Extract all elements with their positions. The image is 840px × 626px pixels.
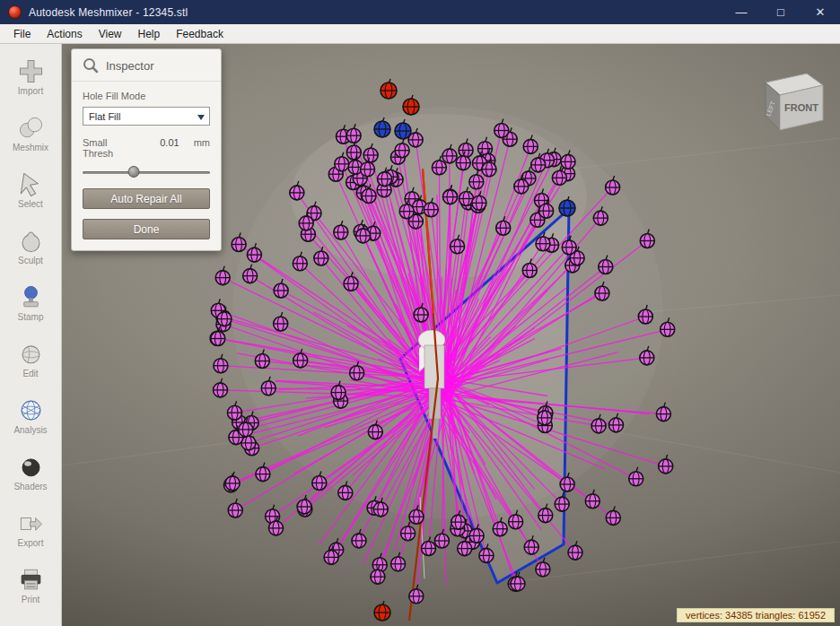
- menu-item-help[interactable]: Help: [130, 26, 169, 42]
- sidebar-item-label: Select: [18, 199, 43, 209]
- sidebar-item-label: Stamp: [18, 312, 44, 322]
- shaders-icon: [16, 453, 46, 481]
- viewcube-front-label: FRONT: [784, 102, 818, 113]
- sidebar-item-print[interactable]: Print: [2, 557, 59, 613]
- sidebar-item-export[interactable]: Export: [2, 500, 59, 557]
- select-icon: [16, 170, 46, 198]
- small-thresh-slider[interactable]: [83, 166, 210, 178]
- view-cube[interactable]: LEFT FRONT: [756, 67, 829, 134]
- menu-item-actions[interactable]: Actions: [39, 26, 90, 42]
- sidebar-item-label: Import: [18, 86, 43, 96]
- sidebar-item-select[interactable]: Select: [2, 161, 59, 218]
- sidebar-item-label: Sculpt: [18, 256, 43, 265]
- hole-fill-mode-value: Flat Fill: [83, 111, 120, 122]
- menu-item-view[interactable]: View: [91, 26, 130, 42]
- print-icon: [16, 566, 46, 594]
- sidebar-item-label: Shaders: [13, 482, 47, 491]
- inspector-header: Inspector: [72, 49, 221, 82]
- meshmixer-logo-icon: [8, 5, 22, 19]
- small-thresh-unit: mm: [194, 137, 210, 148]
- sidebar-item-label: Analysis: [13, 425, 47, 435]
- viewport-3d[interactable]: Inspector Hole Fill Mode Flat Fill Small…: [62, 44, 840, 626]
- inspector-panel: Inspector Hole Fill Mode Flat Fill Small…: [71, 48, 222, 251]
- menu-item-file[interactable]: File: [5, 26, 39, 42]
- status-badge: vertices: 34385 triangles: 61952: [677, 608, 835, 622]
- maximize-button[interactable]: □: [761, 0, 801, 24]
- meshmix-icon: [16, 114, 46, 142]
- hole-fill-mode-select[interactable]: Flat Fill: [83, 107, 210, 126]
- hole-fill-mode-label: Hole Fill Mode: [83, 91, 210, 101]
- magnifier-icon: [83, 57, 99, 74]
- edit-icon: [16, 340, 46, 368]
- sidebar-item-import[interactable]: Import: [2, 48, 59, 105]
- sidebar-item-label: Print: [22, 595, 40, 604]
- sculpt-icon: [16, 227, 46, 255]
- auto-repair-all-button[interactable]: Auto Repair All: [83, 188, 210, 209]
- window-title: Autodesk Meshmixer - 12345.stl: [29, 6, 188, 19]
- sidebar-item-sculpt[interactable]: Sculpt: [2, 218, 59, 274]
- inspector-title: Inspector: [106, 59, 153, 73]
- sidebar-item-stamp[interactable]: Stamp: [2, 274, 59, 331]
- sidebar-item-shaders[interactable]: Shaders: [2, 444, 59, 500]
- slider-track: [83, 171, 210, 174]
- done-button[interactable]: Done: [83, 219, 210, 239]
- app-window: Autodesk Meshmixer - 12345.stl — □ ✕ Fil…: [0, 0, 840, 626]
- export-icon: [16, 509, 46, 537]
- sidebar-item-analysis[interactable]: Analysis: [2, 387, 59, 444]
- menu-item-feedback[interactable]: Feedback: [168, 26, 232, 42]
- stamp-icon: [16, 283, 46, 311]
- window-titlebar: Autodesk Meshmixer - 12345.stl — □ ✕: [0, 0, 840, 24]
- analysis-icon: [16, 396, 46, 424]
- sidebar-item-label: Export: [18, 538, 44, 548]
- import-icon: [16, 57, 46, 85]
- close-button[interactable]: ✕: [801, 0, 840, 24]
- sidebar-item-label: Meshmix: [13, 143, 48, 152]
- small-thresh-slider-thumb[interactable]: [127, 166, 139, 178]
- menubar: File Actions View Help Feedback: [0, 24, 840, 44]
- sidebar-item-label: Edit: [22, 369, 38, 378]
- small-thresh-label: Small Thresh: [83, 137, 138, 159]
- minimize-button[interactable]: —: [722, 0, 761, 24]
- window-controls: — □ ✕: [722, 0, 840, 24]
- sidebar: Import Meshmix Select: [0, 44, 62, 626]
- sidebar-item-edit[interactable]: Edit: [2, 331, 59, 387]
- small-thresh-value: 0.01: [160, 137, 179, 148]
- sidebar-item-meshmix[interactable]: Meshmix: [2, 105, 59, 161]
- chevron-down-icon: [197, 115, 205, 120]
